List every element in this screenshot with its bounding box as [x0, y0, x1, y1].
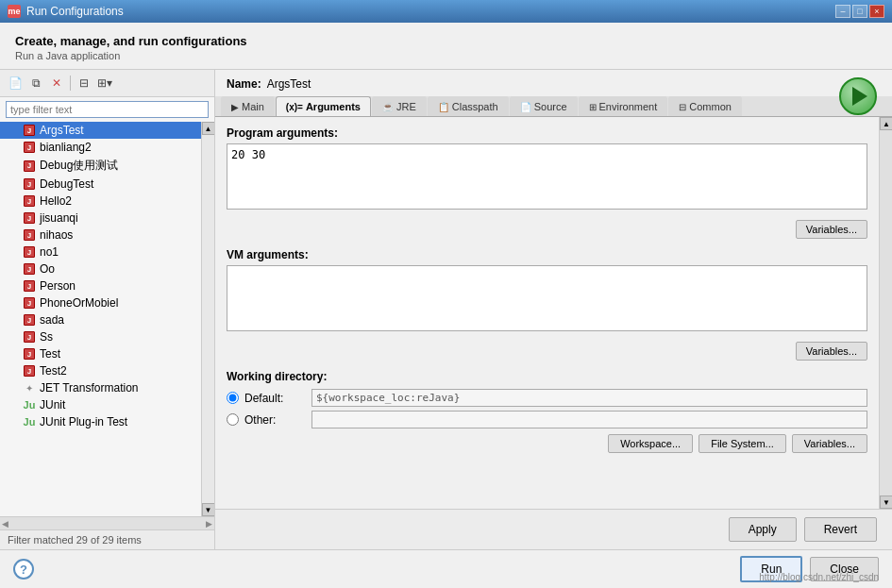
footer-bar: ? http://blog.csdn.net/zhi_csdn Run Clos… — [0, 549, 892, 588]
tab-source[interactable]: 📄 Source — [510, 96, 578, 116]
dialog-title: Create, manage, and run configurations — [15, 34, 877, 48]
tree-item-junit-plugin[interactable]: Ju JUnit Plug-in Test — [0, 413, 201, 430]
play-triangle-icon — [852, 87, 867, 106]
filter-input[interactable] — [6, 101, 209, 118]
right-panel: Name: ArgsTest ▶ Main (x)= Arguments ☕ J… — [215, 70, 892, 549]
arguments-content: Program arguments: 20 30 Variables... VM… — [215, 117, 879, 509]
working-dir-label: Working directory: — [227, 370, 867, 383]
other-radio[interactable] — [227, 413, 239, 426]
working-directory-section: Working directory: Default: Other: — [227, 370, 867, 453]
default-radio[interactable] — [227, 392, 239, 404]
new-config-button[interactable]: 📄 — [6, 74, 25, 92]
workspace-button[interactable]: Workspace... — [608, 434, 693, 453]
jre-tab-icon: ☕ — [382, 102, 394, 112]
default-radio-label: Default: — [244, 392, 306, 405]
tree-vertical-scrollbar[interactable]: ▲ ▼ — [201, 122, 214, 516]
run-play-button[interactable] — [839, 77, 877, 115]
tree-item-test[interactable]: J Test — [0, 345, 201, 362]
scroll-up-arrow[interactable]: ▲ — [202, 122, 215, 135]
arguments-tab-icon: (x)= — [286, 102, 303, 112]
filter-status: Filter matched 29 of 29 items — [0, 529, 214, 549]
vm-variables-button[interactable]: Variables... — [796, 342, 867, 361]
toolbar: 📄 ⧉ ✕ ⊟ ⊞▾ — [0, 70, 214, 97]
window-icon: me — [8, 5, 21, 18]
tab-arguments[interactable]: (x)= Arguments — [276, 96, 371, 116]
tree-list: J ArgsTest J bianliang2 J Debug使用测试 J De… — [0, 122, 201, 516]
filter-button[interactable]: ⊟ — [75, 74, 93, 92]
help-button[interactable]: ? — [13, 559, 34, 580]
name-label: Name: — [227, 77, 261, 91]
tab-main[interactable]: ▶ Main — [221, 96, 275, 116]
tree-item-nihaos[interactable]: J nihaos — [0, 227, 201, 244]
name-value: ArgsTest — [267, 77, 311, 91]
tree-item-ss[interactable]: J Ss — [0, 328, 201, 345]
tree-item-sada[interactable]: J sada — [0, 311, 201, 328]
minimize-button[interactable]: – — [835, 5, 850, 18]
tab-common[interactable]: ⊟ Common — [668, 96, 742, 116]
other-dir-input[interactable] — [311, 411, 867, 428]
source-tab-icon: 📄 — [520, 102, 531, 112]
program-variables-button[interactable]: Variables... — [796, 220, 867, 239]
right-scroll-down-arrow[interactable]: ▼ — [880, 496, 892, 509]
maximize-button[interactable]: □ — [852, 5, 867, 18]
toolbar-separator — [70, 76, 71, 91]
tree-item-argstest[interactable]: J ArgsTest — [0, 122, 201, 139]
dialog-header: Create, manage, and run configurations R… — [0, 23, 892, 70]
tree-item-no1[interactable]: J no1 — [0, 244, 201, 260]
default-dir-input[interactable] — [311, 389, 867, 407]
program-args-label: Program arguments: — [227, 126, 867, 140]
main-tab-icon: ▶ — [231, 102, 239, 112]
common-tab-icon: ⊟ — [679, 102, 686, 112]
apply-button[interactable]: Apply — [729, 517, 797, 542]
left-panel: 📄 ⧉ ✕ ⊟ ⊞▾ J ArgsTest J bianliang2 — [0, 70, 215, 549]
vm-args-label: VM arguments: — [227, 248, 867, 261]
tree-item-oo[interactable]: J Oo — [0, 260, 201, 277]
dir-variables-button[interactable]: Variables... — [792, 434, 867, 453]
window-title: Run Configurations — [26, 5, 124, 18]
title-bar: me Run Configurations – □ × — [0, 0, 892, 23]
vm-args-textarea[interactable] — [227, 265, 867, 331]
tree-item-bianliang2[interactable]: J bianliang2 — [0, 139, 201, 156]
revert-button[interactable]: Revert — [804, 517, 877, 542]
program-args-textarea[interactable]: 20 30 — [227, 143, 867, 210]
watermark: http://blog.csdn.net/zhi_csdn — [759, 572, 879, 582]
copy-config-button[interactable]: ⧉ — [26, 74, 45, 92]
tab-environment[interactable]: ⊞ Environment — [579, 96, 668, 116]
scroll-down-arrow[interactable]: ▼ — [202, 503, 215, 516]
tree-item-jisuanqi[interactable]: J jisuanqi — [0, 210, 201, 227]
tree-item-person[interactable]: J Person — [0, 277, 201, 294]
close-window-button[interactable]: × — [869, 5, 884, 18]
bottom-bar: Apply Revert — [215, 509, 892, 549]
tab-classpath[interactable]: 📋 Classpath — [428, 96, 509, 116]
other-radio-label: Other: — [244, 413, 306, 427]
right-vertical-scrollbar[interactable]: ▲ ▼ — [879, 117, 892, 509]
environment-tab-icon: ⊞ — [589, 102, 597, 112]
tree-item-test2[interactable]: J Test2 — [0, 362, 201, 379]
tree-item-phoneormobiel[interactable]: J PhoneOrMobiel — [0, 294, 201, 311]
delete-config-button[interactable]: ✕ — [47, 74, 66, 92]
right-scroll-up-arrow[interactable]: ▲ — [880, 117, 892, 130]
tree-item-hello2[interactable]: J Hello2 — [0, 193, 201, 210]
tree-horizontal-scrollbar[interactable]: ◀ ▶ — [0, 516, 214, 529]
classpath-tab-icon: 📋 — [438, 102, 449, 112]
tab-jre[interactable]: ☕ JRE — [372, 96, 427, 116]
tree-item-debugtest[interactable]: J DebugTest — [0, 176, 201, 193]
tabs-bar: ▶ Main (x)= Arguments ☕ JRE 📋 Classpath … — [215, 96, 892, 117]
collapse-button[interactable]: ⊞▾ — [95, 74, 114, 92]
tree-item-debug-test1[interactable]: J Debug使用测试 — [0, 156, 201, 176]
tree-item-junit[interactable]: Ju JUnit — [0, 396, 201, 413]
dialog-subtitle: Run a Java application — [15, 50, 877, 61]
filesystem-button[interactable]: File System... — [698, 434, 786, 453]
tree-item-jet[interactable]: ✦ JET Transformation — [0, 379, 201, 396]
